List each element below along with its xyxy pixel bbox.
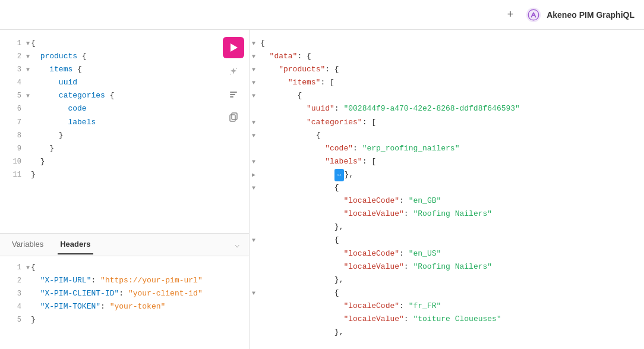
copy-icon (229, 112, 238, 122)
plain-token: : (91, 274, 100, 287)
variables-editor: 1▼{2▶ "X-PIM-URL": "https://your-pim-url… (0, 256, 249, 349)
json-collapse-arrow[interactable]: ▼ (252, 52, 258, 62)
json-line: ▼{ (250, 37, 644, 50)
json-line: ▶ "localeValue": "toiture Cloueuses" (250, 313, 644, 326)
collapse-arrow[interactable]: ▼ (26, 91, 30, 101)
json-collapse-arrow[interactable]: ▼ (252, 235, 258, 246)
json-indent (260, 234, 334, 247)
string-token: "your-token" (110, 300, 166, 313)
query-editor: 1▼{2▼ products {3▼ items {4▶ uuid5▼ cate… (0, 30, 249, 233)
json-key-token: "localeValue" (343, 207, 403, 221)
collapsed-badge[interactable]: ↔ (334, 169, 345, 181)
json-line: ▼ "products": { (250, 63, 644, 76)
json-collapse-arrow[interactable]: ▼ (252, 78, 258, 88)
json-key-token: "items" (288, 76, 321, 89)
variable-line: 1▼{ (0, 261, 249, 274)
string-token: "https://your-pim-url" (100, 274, 203, 287)
json-key-token: "localeCode" (343, 194, 399, 207)
json-collapse-arrow[interactable]: ▼ (252, 288, 258, 298)
run-button[interactable] (223, 37, 244, 58)
json-punc-token: : (399, 300, 409, 313)
json-string-token: "erp_roofing_nailers" (362, 142, 460, 155)
line-number: 7 (5, 117, 21, 128)
line-number: 2 (5, 275, 21, 287)
query-lines-container: 1▼{2▼ products {3▼ items {4▶ uuid5▼ cate… (0, 37, 249, 181)
query-line: 4▶ uuid (0, 76, 249, 89)
history-button[interactable] (225, 86, 242, 103)
json-string-token: "Roofing Nailers" (413, 207, 492, 221)
copy-button[interactable] (225, 108, 242, 126)
tab-variables[interactable]: Variables (10, 235, 46, 254)
indent-space (31, 63, 49, 76)
json-punc-token: { (334, 234, 339, 247)
json-punc-token: : { (297, 50, 311, 63)
json-collapse-arrow[interactable]: ▼ (252, 65, 258, 75)
field-token: labels (68, 116, 96, 129)
query-line: 8▶ } (0, 129, 249, 142)
json-line: ▼ { (250, 234, 644, 247)
brace-token: } (31, 168, 36, 181)
svg-rect-6 (232, 113, 237, 120)
json-indent (260, 63, 279, 76)
json-line: ▶ }, (250, 221, 644, 234)
json-indent (260, 50, 270, 63)
line-number: 1 (5, 37, 21, 49)
response-panel[interactable]: ▼{▼ "data": {▼ "products": {▼ "items": [… (250, 30, 644, 349)
chevron-down-icon[interactable]: ⌵ (235, 240, 239, 250)
json-key-token: "localeValue" (343, 313, 403, 326)
sparkles-icon (229, 67, 238, 77)
json-indent (260, 168, 334, 181)
indent-space (31, 102, 68, 115)
indent-space (31, 129, 59, 142)
svg-rect-4 (230, 94, 235, 95)
field-token: code (68, 102, 86, 115)
query-line: 10▶ } (0, 155, 249, 168)
json-line: ▼ { (250, 181, 644, 194)
collapse-arrow[interactable]: ▼ (26, 65, 30, 75)
svg-rect-3 (230, 92, 237, 93)
json-line: ▶ "code": "erp_roofing_nailers" (250, 142, 644, 155)
json-punc-token: { (297, 89, 302, 102)
query-line: 7▶ labels (0, 116, 249, 129)
json-collapse-arrow[interactable]: ▼ (252, 118, 258, 128)
json-punc-token: : (399, 194, 409, 207)
json-line: ▼ "labels": [ (250, 155, 644, 168)
json-collapse-arrow[interactable]: ▼ (252, 91, 258, 101)
json-key-token: "products" (279, 63, 325, 76)
json-key-token: "localeCode" (343, 247, 399, 260)
json-line: ▼ { (250, 129, 644, 142)
indent-space (31, 300, 40, 313)
brace-token: } (31, 313, 36, 326)
key-token: "X-PIM-CLIENT-ID" (40, 287, 119, 300)
prettify-button[interactable] (225, 63, 242, 81)
json-string-token: "toiture Cloueuses" (413, 313, 501, 326)
json-punc-token: : (399, 247, 409, 260)
query-line: 6▶ code (0, 102, 249, 115)
json-collapse-arrow[interactable]: ▼ (252, 183, 258, 193)
query-line: 3▼ items { (0, 63, 249, 76)
indent-space (31, 76, 59, 89)
json-key-token: "code" (325, 142, 353, 155)
json-line: ▶ ↔}, (250, 168, 644, 181)
line-number: 9 (5, 143, 21, 155)
json-indent (260, 260, 343, 273)
indent-space (31, 274, 40, 287)
json-string-token: "en_US" (409, 247, 441, 260)
json-line: ▶ "localeCode": "en_GB" (250, 194, 644, 207)
left-panel: 1▼{2▼ products {3▼ items {4▶ uuid5▼ cate… (0, 30, 250, 349)
collapse-arrow[interactable]: ▼ (26, 39, 30, 49)
json-indent (260, 155, 325, 168)
collapse-arrow[interactable]: ▼ (26, 52, 30, 62)
json-indent (260, 273, 334, 287)
json-collapse-arrow[interactable]: ▼ (252, 157, 258, 167)
json-collapse-arrow[interactable]: ▼ (252, 131, 258, 141)
app-logo-icon (525, 7, 542, 23)
json-collapse-arrow[interactable]: ▼ (252, 39, 258, 49)
main-content: 1▼{2▼ products {3▼ items {4▶ uuid5▼ cate… (0, 30, 644, 349)
new-tab-button[interactable]: + (503, 6, 519, 23)
json-string-token: "fr_FR" (409, 300, 441, 313)
tab-headers[interactable]: Headers (58, 235, 93, 254)
json-collapse-arrow[interactable]: ▶ (252, 170, 258, 180)
collapse-arrow[interactable]: ▼ (26, 263, 30, 273)
brace-token: } (49, 142, 54, 155)
